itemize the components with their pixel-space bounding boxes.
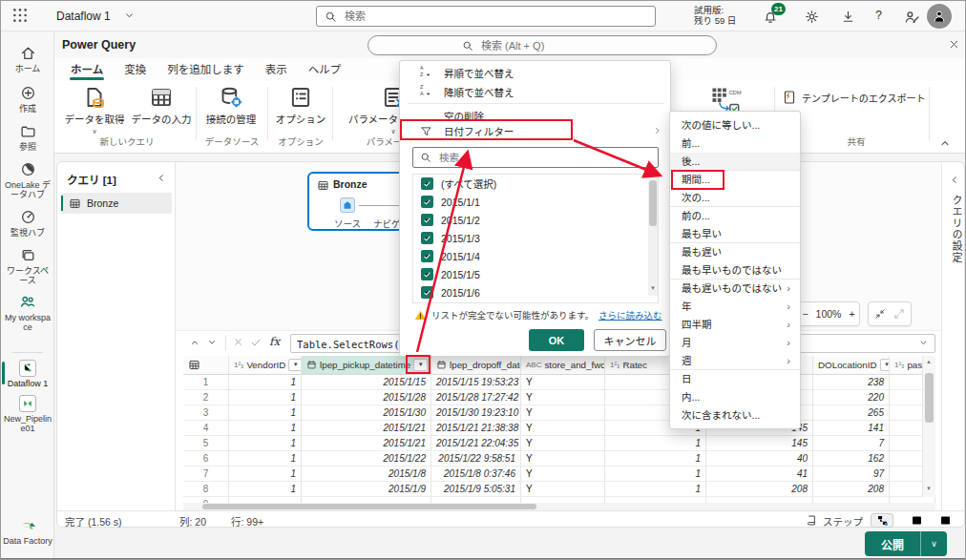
vendorid-cell[interactable]: 1 (229, 451, 302, 467)
options-button[interactable]: オプション (271, 85, 330, 126)
expand-panel-icon[interactable] (948, 174, 960, 186)
vendorid-cell[interactable]: 1 (229, 482, 302, 497)
store-fwd-flag-cell[interactable]: Y (521, 467, 605, 482)
tab-view[interactable]: 表示 (255, 58, 298, 81)
filter-search-input[interactable] (437, 151, 609, 164)
vendorid-cell[interactable]: 1 (229, 467, 302, 482)
dropoff-datetime-cell[interactable]: 2015/1/15 19:53:23 (431, 375, 521, 390)
dropoff-datetime-cell[interactable]: 2015/1/9 5:05:31 (431, 482, 521, 497)
scrollbar-thumb[interactable] (925, 373, 934, 423)
query-settings-panel-collapsed[interactable]: クエリの設定 (941, 162, 966, 510)
column-header-pickup-datetime[interactable]: lpep_pickup_datetime ▼ (302, 356, 431, 375)
scrollbar-thumb[interactable] (202, 504, 536, 509)
step-up-icon[interactable] (189, 337, 200, 348)
submenu-item[interactable]: 最も早いものではない (670, 261, 800, 280)
submenu-item[interactable]: 最も遅いものではない (670, 280, 800, 298)
pickup-datetime-cell[interactable]: 2015/1/30 (302, 405, 431, 421)
pulocation-cell[interactable]: 145 (706, 436, 813, 451)
scroll-down-icon[interactable]: ▼ (926, 486, 932, 491)
menu-item-date-filters[interactable]: 日付フィルター (400, 121, 672, 140)
enter-data-button[interactable]: データの入力 (131, 85, 192, 126)
row-number-cell[interactable]: 8 (183, 482, 229, 497)
pickup-datetime-cell[interactable]: 2015/1/21 (302, 421, 431, 436)
collapse-view-icon[interactable] (874, 308, 886, 320)
expand-formula-icon[interactable] (918, 338, 929, 348)
pickup-datetime-cell[interactable]: 2015/1/15 (302, 375, 431, 390)
checkbox-checked-icon[interactable] (421, 232, 433, 244)
submenu-item[interactable]: 次の値に等しい... (670, 116, 800, 135)
row-number-cell[interactable]: 7 (183, 467, 229, 482)
checkbox-checked-icon[interactable] (421, 268, 433, 280)
date-checkbox-item[interactable]: 2015/1/4 (413, 247, 658, 265)
row-number-cell[interactable]: 1 (183, 375, 229, 390)
app-title-chevron-icon[interactable] (123, 10, 136, 22)
submenu-item[interactable]: 最も遅い (670, 243, 800, 261)
nav-item-create[interactable]: 作成 (1, 85, 54, 114)
nav-item-new-pipeline[interactable]: New_Pipeline01 (1, 395, 54, 433)
cancel-button[interactable]: キャンセル (594, 329, 666, 351)
nav-item-onelake-hub[interactable]: OneLake データハブ (1, 161, 54, 199)
column-header-store-fwd-flag[interactable]: ABC store_and_fwd_flag (521, 356, 605, 375)
app-launcher-icon[interactable] (11, 7, 29, 24)
date-checkbox-item[interactable]: 2015/1/2 (413, 211, 658, 229)
row-number-cell[interactable]: 3 (183, 405, 229, 421)
submenu-item[interactable]: 次の... (670, 189, 800, 207)
global-search-input[interactable] (343, 10, 647, 23)
dolocation-cell[interactable]: 162 (813, 451, 890, 467)
help-icon[interactable]: ? (875, 9, 882, 22)
pickup-datetime-cell[interactable]: 2015/1/8 (302, 467, 431, 482)
ratecode-cell[interactable]: 1 (605, 436, 706, 451)
store-fwd-flag-cell[interactable]: Y (521, 451, 605, 467)
tab-add-column[interactable]: 列を追加します (157, 58, 255, 81)
horizontal-scrollbar[interactable] (183, 503, 935, 510)
scrollbar-thumb[interactable] (649, 180, 657, 226)
store-fwd-flag-cell[interactable]: Y (521, 390, 605, 405)
steps-icon[interactable] (806, 514, 818, 527)
filter-dropdown-icon[interactable]: ▼ (288, 359, 302, 371)
schema-view-toggle[interactable] (934, 513, 956, 528)
manage-connections-button[interactable]: 接続の管理 (200, 85, 262, 126)
scroll-up-icon[interactable]: ▲ (926, 359, 932, 364)
vendorid-cell[interactable]: 1 (229, 436, 302, 451)
store-fwd-flag-cell[interactable]: Y (521, 375, 605, 390)
checkbox-checked-icon[interactable] (421, 196, 433, 208)
row-number-cell[interactable]: 4 (183, 421, 229, 436)
publish-dropdown-icon[interactable]: ∨ (920, 531, 947, 556)
select-all-checkbox-item[interactable]: (すべて選択) (413, 175, 658, 193)
ratecode-cell[interactable]: 1 (605, 467, 706, 482)
filter-dropdown-icon[interactable]: ▼ (880, 359, 890, 371)
settings-gear-icon[interactable] (805, 10, 819, 24)
submenu-item[interactable]: 四半期 (670, 316, 800, 334)
pq-search-input[interactable] (479, 39, 622, 52)
pickup-datetime-cell[interactable]: 2015/1/22 (302, 451, 431, 467)
row-number-cell[interactable]: 2 (183, 390, 229, 405)
column-header-vendorid[interactable]: 1²₃ VendorID ▼ (229, 356, 302, 375)
close-icon[interactable] (948, 38, 960, 51)
step-down-icon[interactable] (206, 337, 218, 348)
menu-item-sort-ascending[interactable]: AZ 昇順で並べ替え (400, 63, 672, 82)
zoom-out-button[interactable]: − (802, 308, 808, 320)
store-fwd-flag-cell[interactable]: Y (521, 405, 605, 421)
tab-home[interactable]: ホーム (60, 58, 114, 81)
dolocation-cell[interactable]: 265 (813, 405, 890, 421)
dolocation-cell[interactable]: 7 (813, 436, 890, 451)
pickup-datetime-cell[interactable]: 2015/1/9 (302, 482, 431, 497)
submenu-item[interactable]: 前... (670, 135, 800, 153)
dropoff-datetime-cell[interactable]: 2015/1/28 17:27:42 (431, 390, 521, 405)
store-fwd-flag-cell[interactable]: Y (521, 482, 605, 497)
store-fwd-flag-cell[interactable]: Y (521, 421, 605, 436)
dropoff-datetime-cell[interactable]: 2015/1/8 0:37:46 (431, 467, 521, 482)
dropoff-datetime-cell[interactable]: 2015/1/30 19:23:10 (431, 405, 521, 421)
checkbox-checked-icon[interactable] (421, 177, 433, 190)
column-header-dropoff-datetime[interactable]: lpep_dropoff_datetime ▼ (431, 356, 521, 375)
date-checkbox-item[interactable]: 2015/1/3 (413, 229, 658, 247)
store-fwd-flag-cell[interactable]: Y (521, 436, 605, 451)
row-number-cell[interactable]: 5 (183, 436, 229, 451)
date-checkbox-item[interactable]: 2015/1/6 (413, 283, 658, 301)
nav-item-workspaces[interactable]: ワークスペース (1, 247, 54, 285)
commit-formula-icon[interactable] (250, 337, 262, 348)
pq-search-box[interactable] (368, 35, 717, 55)
tab-help[interactable]: ヘルプ (298, 58, 352, 81)
submenu-item[interactable]: 週 (670, 352, 800, 370)
select-all-corner-cell[interactable] (183, 356, 229, 375)
